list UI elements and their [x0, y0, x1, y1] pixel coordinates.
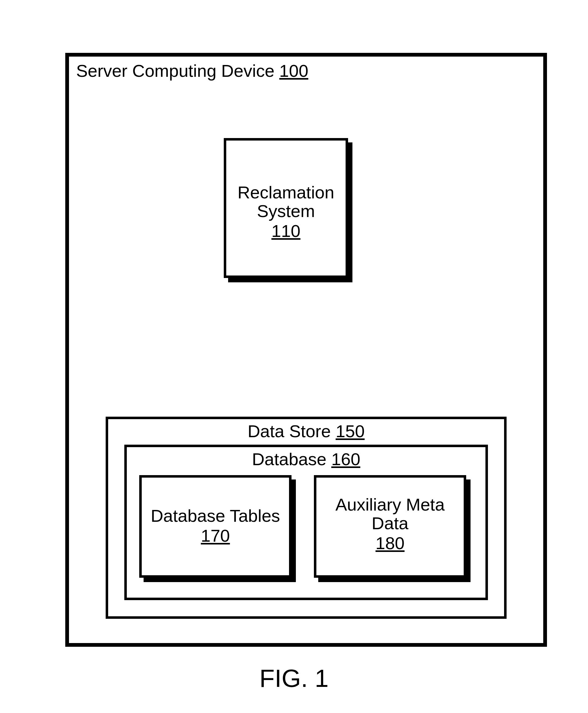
database-label: Database	[252, 449, 331, 469]
data-store-num: 150	[336, 421, 364, 441]
reclamation-line2: System	[224, 202, 348, 221]
database-title-row: Database 160	[124, 450, 488, 469]
reclamation-num: 110	[224, 222, 348, 240]
server-title-text: Server Computing Device	[76, 61, 279, 81]
aux-meta-line2: Data	[314, 514, 466, 533]
database-num: 160	[331, 449, 360, 469]
database-tables-num: 170	[139, 527, 292, 545]
server-title: Server Computing Device 100	[76, 61, 308, 81]
aux-meta-line1: Auxiliary Meta	[314, 496, 466, 514]
database-tables-line1: Database Tables	[139, 507, 292, 525]
aux-meta-num: 180	[314, 534, 466, 553]
data-store-label: Data Store	[248, 421, 336, 441]
data-store-title-row: Data Store 150	[106, 422, 507, 441]
server-title-num: 100	[279, 61, 308, 81]
reclamation-line1: Reclamation	[224, 183, 348, 202]
figure-caption: FIG. 1	[0, 666, 588, 692]
